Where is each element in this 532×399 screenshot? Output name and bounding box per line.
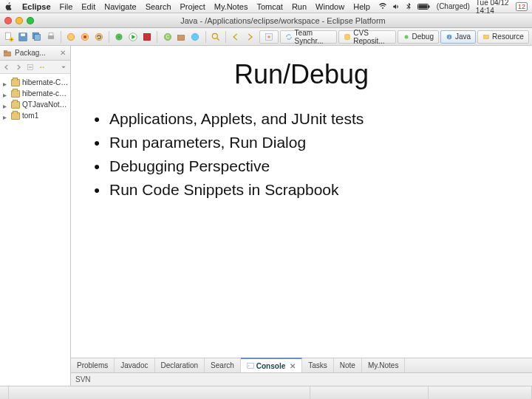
- status-cell: [429, 386, 532, 399]
- svg-rect-32: [248, 364, 253, 369]
- project-folder-icon: [11, 112, 20, 120]
- menu-project[interactable]: Project: [180, 2, 205, 11]
- mac-menubar: Eclipse File Edit Navigate Search Projec…: [0, 0, 532, 13]
- editor-area: Run/Debug Applications, Applets, and JUn…: [71, 46, 532, 386]
- menu-file[interactable]: File: [60, 2, 73, 11]
- status-cell: [310, 386, 429, 399]
- bullet-item: Applications, Applets, and JUnit tests: [92, 108, 519, 132]
- tab-problems[interactable]: Problems: [71, 358, 115, 372]
- menu-mynotes[interactable]: My.Notes: [214, 2, 248, 11]
- run-button[interactable]: [127, 30, 140, 44]
- back-button[interactable]: [230, 30, 242, 44]
- clock[interactable]: Tue 04/12 14:14: [476, 0, 510, 15]
- tab-tasks[interactable]: Tasks: [302, 358, 334, 372]
- tomcat-restart-icon[interactable]: [92, 30, 105, 44]
- tab-console[interactable]: Console✕: [241, 358, 302, 372]
- expand-icon[interactable]: ▸: [3, 113, 9, 119]
- perspective-debug[interactable]: Debug: [398, 30, 439, 44]
- project-folder-icon: [11, 101, 20, 109]
- menu-edit[interactable]: Edit: [81, 2, 95, 11]
- project-label: hibernate-ch05: [22, 89, 69, 98]
- package-explorer-toolbar: [0, 61, 70, 74]
- expand-icon[interactable]: ▸: [3, 102, 9, 108]
- project-node[interactable]: ▸ QTJavaNotebook: [1, 99, 69, 110]
- bottom-view-tabs: Problems Javadoc Declaration Search Cons…: [71, 358, 532, 372]
- forward-nav-icon[interactable]: [13, 62, 24, 72]
- expand-icon[interactable]: ▸: [3, 91, 9, 97]
- project-node[interactable]: ▸ tom1: [1, 110, 69, 121]
- forward-button[interactable]: [244, 30, 256, 44]
- window-title: Java - /Applications/eclipse/workspace -…: [38, 16, 528, 25]
- perspective-resource[interactable]: Resource: [477, 30, 529, 44]
- volume-icon[interactable]: [392, 3, 400, 10]
- save-all-button[interactable]: [31, 30, 44, 44]
- svg-text:J: J: [449, 35, 450, 38]
- perspective-team-sync[interactable]: Team Synchr...: [280, 30, 338, 44]
- collapse-all-icon[interactable]: [25, 62, 35, 72]
- zoom-window-button[interactable]: [27, 17, 34, 24]
- open-perspective-button[interactable]: [259, 30, 279, 44]
- project-node[interactable]: ▸ hibernate-Ch03: [1, 77, 69, 88]
- menu-window[interactable]: Window: [316, 2, 344, 11]
- svg-point-14: [95, 33, 102, 40]
- svg-rect-29: [4, 52, 11, 56]
- traffic-lights: [4, 17, 34, 24]
- back-nav-icon[interactable]: [1, 62, 12, 72]
- repository-icon: [344, 33, 351, 41]
- tab-note[interactable]: Note: [334, 358, 362, 372]
- svg-rect-6: [21, 33, 25, 36]
- slide-bullets: Applications, Applets, and JUnit tests R…: [84, 108, 519, 202]
- tomcat-start-icon[interactable]: [65, 30, 78, 44]
- svg-rect-20: [178, 35, 185, 40]
- apple-menu-icon[interactable]: [4, 2, 13, 11]
- menu-navigate[interactable]: Navigate: [104, 2, 136, 11]
- project-label: QTJavaNotebook: [22, 100, 69, 109]
- perspective-cvs[interactable]: CVS Reposit...: [338, 30, 395, 44]
- tab-javadoc[interactable]: Javadoc: [115, 358, 154, 372]
- close-window-button[interactable]: [4, 17, 12, 24]
- menu-extras: (Charged) Tue 04/12 14:14 12: [379, 0, 528, 15]
- perspective-java[interactable]: JJava: [440, 30, 476, 44]
- svg-rect-30: [4, 50, 7, 52]
- perspective-label: Team Synchr...: [295, 29, 332, 45]
- new-button[interactable]: [3, 30, 16, 44]
- new-package-button[interactable]: [175, 30, 188, 44]
- project-label: hibernate-Ch03: [22, 78, 69, 86]
- package-explorer-tab[interactable]: Packag... ✕: [0, 46, 70, 61]
- project-node[interactable]: ▸ hibernate-ch05: [1, 88, 69, 99]
- link-editor-icon[interactable]: [37, 62, 47, 72]
- open-type-button[interactable]: [189, 30, 202, 44]
- debug-button[interactable]: [113, 30, 126, 44]
- calendar-icon[interactable]: 12: [516, 2, 528, 11]
- svn-bar: SVN: [71, 372, 532, 386]
- perspective-label: Debug: [412, 33, 434, 41]
- expand-icon[interactable]: ▸: [3, 80, 9, 86]
- search-button[interactable]: [209, 30, 222, 44]
- minimize-window-button[interactable]: [16, 17, 23, 24]
- menu-run[interactable]: Run: [292, 2, 307, 11]
- tab-mynotes[interactable]: My.Notes: [362, 358, 406, 372]
- print-button[interactable]: [44, 30, 57, 44]
- view-menu-icon[interactable]: [58, 62, 69, 72]
- save-button[interactable]: [17, 30, 30, 44]
- new-class-button[interactable]: C: [161, 30, 174, 44]
- console-icon: [247, 362, 254, 369]
- svg-point-11: [68, 33, 75, 40]
- menu-tomcat[interactable]: Tomcat: [256, 2, 282, 11]
- svg-point-21: [191, 33, 198, 40]
- battery-icon[interactable]: [417, 3, 431, 10]
- wifi-icon[interactable]: [379, 3, 386, 10]
- menu-app[interactable]: Eclipse: [22, 2, 51, 11]
- bullet-item: Run Code Snippets in Scrapbook: [92, 179, 519, 202]
- close-view-icon[interactable]: ✕: [58, 49, 67, 58]
- menu-search[interactable]: Search: [146, 2, 171, 11]
- close-tab-icon[interactable]: ✕: [290, 362, 296, 370]
- tab-search[interactable]: Search: [205, 358, 241, 372]
- tomcat-stop-icon[interactable]: [79, 30, 92, 44]
- external-tools-button[interactable]: [141, 30, 154, 44]
- bluetooth-icon[interactable]: [406, 3, 412, 10]
- menu-help[interactable]: Help: [353, 2, 370, 11]
- tab-declaration[interactable]: Declaration: [155, 358, 205, 372]
- project-tree[interactable]: ▸ hibernate-Ch03 ▸ hibernate-ch05 ▸ QTJa…: [0, 74, 70, 386]
- svg-rect-13: [83, 35, 86, 38]
